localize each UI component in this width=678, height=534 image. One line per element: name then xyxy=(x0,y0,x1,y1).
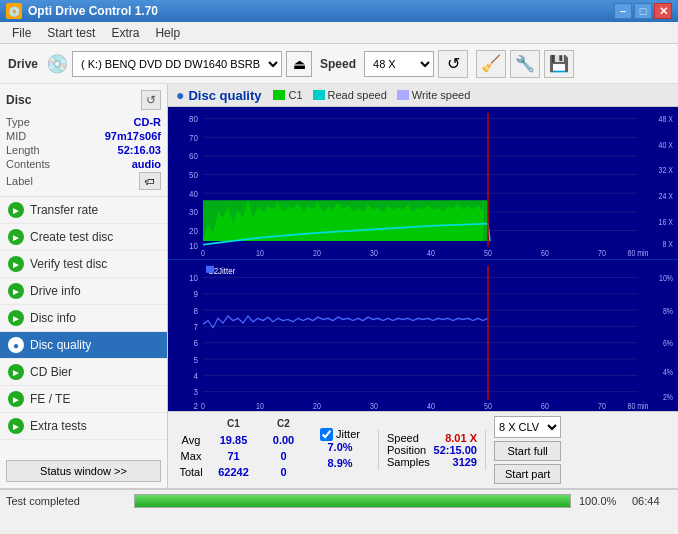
disc-info-label: Disc info xyxy=(30,311,76,325)
legend-write-speed: Write speed xyxy=(397,89,471,101)
status-text: Test completed xyxy=(6,495,126,507)
disc-mid-label: MID xyxy=(6,130,26,142)
sidebar-item-disc-quality[interactable]: ● Disc quality xyxy=(0,332,167,359)
stats-speed-col: Speed 8.01 X Position 52:15.00 Samples 3… xyxy=(387,432,477,468)
svg-text:6: 6 xyxy=(194,337,199,348)
svg-text:20: 20 xyxy=(313,249,321,259)
chart-header-icon: ● xyxy=(176,87,184,103)
disc-mid-value: 97m17s06f xyxy=(105,130,161,142)
eject-button[interactable]: ⏏ xyxy=(286,51,312,77)
sidebar-item-cd-bier[interactable]: ► CD Bier xyxy=(0,359,167,386)
sidebar-item-extra-tests[interactable]: ► Extra tests xyxy=(0,413,167,440)
transfer-rate-icon: ► xyxy=(8,202,24,218)
app-icon: 💿 xyxy=(6,3,22,19)
drive-select[interactable]: ( K:) BENQ DVD DD DW1640 BSRB xyxy=(72,51,282,77)
svg-text:70: 70 xyxy=(189,132,198,143)
disc-contents-value: audio xyxy=(132,158,161,170)
svg-text:10: 10 xyxy=(256,401,264,411)
drive-label: Drive xyxy=(8,57,38,71)
toolbar: Drive 💿 ( K:) BENQ DVD DD DW1640 BSRB ⏏ … xyxy=(0,44,678,84)
svg-text:10: 10 xyxy=(256,249,264,259)
settings-button[interactable]: 🔧 xyxy=(510,50,540,78)
chart-header: ● Disc quality C1 Read speed Write speed xyxy=(168,84,678,107)
svg-text:80 min: 80 min xyxy=(628,249,649,259)
start-part-button[interactable]: Start part xyxy=(494,464,561,484)
stats-position-row: Position 52:15.00 xyxy=(387,444,477,456)
disc-refresh-button[interactable]: ↺ xyxy=(141,90,161,110)
start-full-button[interactable]: Start full xyxy=(494,441,561,461)
speed-select[interactable]: 48 X xyxy=(364,51,434,77)
svg-text:80: 80 xyxy=(189,114,198,125)
legend-write-speed-box xyxy=(397,90,409,100)
refresh-button[interactable]: ↺ xyxy=(438,50,468,78)
main-container: Disc ↺ Type CD-R MID 97m17s06f Length 52… xyxy=(0,84,678,488)
stats-total-label: Total xyxy=(179,466,202,482)
close-button[interactable]: ✕ xyxy=(654,3,672,19)
stats-row-labels: Avg Max Total xyxy=(176,418,206,482)
svg-text:20: 20 xyxy=(189,225,198,236)
menu-file[interactable]: File xyxy=(4,24,39,42)
disc-label-row: Label 🏷 xyxy=(6,172,161,190)
drive-icon: 💿 xyxy=(46,53,68,75)
cd-bier-icon: ► xyxy=(8,364,24,380)
sidebar-item-drive-info[interactable]: ► Drive info xyxy=(0,278,167,305)
c1-chart: 80 70 60 50 40 30 20 10 0 10 20 30 40 50… xyxy=(168,107,678,259)
drive-group: Drive 💿 ( K:) BENQ DVD DD DW1640 BSRB ⏏ xyxy=(8,51,312,77)
stats-c2-max: 0 xyxy=(280,450,286,466)
stats-position-value: 52:15.00 xyxy=(434,444,477,456)
extra-tests-label: Extra tests xyxy=(30,419,87,433)
svg-text:10%: 10% xyxy=(659,273,673,283)
jitter-checkbox-row: Jitter xyxy=(320,428,360,441)
svg-text:3: 3 xyxy=(194,386,199,397)
transfer-rate-label: Transfer rate xyxy=(30,203,98,217)
jitter-checkbox[interactable] xyxy=(320,428,333,441)
cd-bier-label: CD Bier xyxy=(30,365,72,379)
sidebar-item-disc-info[interactable]: ► Disc info xyxy=(0,305,167,332)
stats-jitter-col: Jitter 7.0% 8.9% xyxy=(310,428,370,473)
sidebar-item-verify-test-disc[interactable]: ► Verify test disc xyxy=(0,251,167,278)
progress-bar-fill xyxy=(135,495,570,507)
svg-text:60: 60 xyxy=(189,151,198,162)
disc-title: Disc xyxy=(6,93,31,107)
disc-quality-icon: ● xyxy=(8,337,24,353)
disc-panel: Disc ↺ Type CD-R MID 97m17s06f Length 52… xyxy=(0,84,167,197)
svg-text:10: 10 xyxy=(189,272,198,283)
stats-speed-label: Speed xyxy=(387,432,419,444)
sidebar-item-create-test-disc[interactable]: ► Create test disc xyxy=(0,224,167,251)
svg-text:8 X: 8 X xyxy=(662,239,673,249)
svg-text:16 X: 16 X xyxy=(659,217,673,227)
svg-text:40: 40 xyxy=(427,249,435,259)
stats-c1-avg: 19.85 xyxy=(220,434,248,450)
stats-c2-avg: 0.00 xyxy=(273,434,294,450)
menu-help[interactable]: Help xyxy=(147,24,188,42)
sidebar-item-fe-te[interactable]: ► FE / TE xyxy=(0,386,167,413)
stats-samples-row: Samples 3129 xyxy=(387,456,477,468)
disc-info-icon: ► xyxy=(8,310,24,326)
chart-legend: C1 Read speed Write speed xyxy=(273,89,470,101)
svg-text:40: 40 xyxy=(189,188,198,199)
clear-button[interactable]: 🧹 xyxy=(476,50,506,78)
svg-rect-33 xyxy=(168,260,678,412)
menu-start-test[interactable]: Start test xyxy=(39,24,103,42)
menu-bar: File Start test Extra Help xyxy=(0,22,678,44)
legend-read-speed-box xyxy=(313,90,325,100)
disc-label-label: Label xyxy=(6,175,33,187)
maximize-button[interactable]: □ xyxy=(634,3,652,19)
disc-length-label: Length xyxy=(6,144,40,156)
status-bar: Test completed 100.0% 06:44 xyxy=(0,488,678,512)
title-bar: 💿 Opti Drive Control 1.70 – □ ✕ xyxy=(0,0,678,22)
save-button[interactable]: 💾 xyxy=(544,50,574,78)
c1-chart-svg: 80 70 60 50 40 30 20 10 0 10 20 30 40 50… xyxy=(168,107,678,259)
verify-test-disc-label: Verify test disc xyxy=(30,257,107,271)
speed-mode-select[interactable]: 8 X CLV xyxy=(494,416,561,438)
drive-info-label: Drive info xyxy=(30,284,81,298)
svg-text:4%: 4% xyxy=(663,367,673,377)
menu-extra[interactable]: Extra xyxy=(103,24,147,42)
sidebar-item-transfer-rate[interactable]: ► Transfer rate xyxy=(0,197,167,224)
status-window-button[interactable]: Status window >> xyxy=(6,460,161,482)
stats-avg-label: Avg xyxy=(182,434,201,450)
stats-c2-header: C2 xyxy=(277,418,290,434)
disc-label-icon[interactable]: 🏷 xyxy=(139,172,161,190)
app-title: Opti Drive Control 1.70 xyxy=(28,4,158,18)
minimize-button[interactable]: – xyxy=(614,3,632,19)
